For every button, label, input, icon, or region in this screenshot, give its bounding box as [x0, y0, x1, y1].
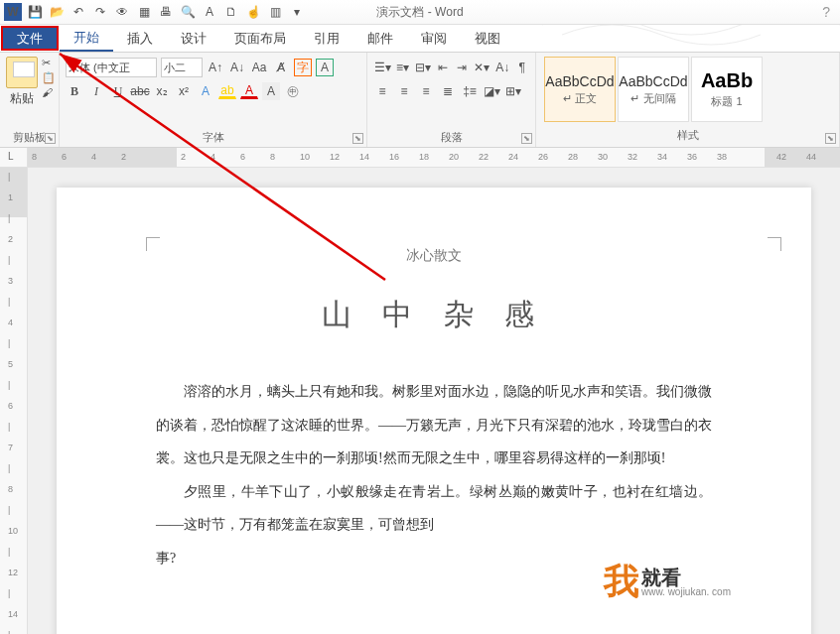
ribbon: 粘贴 ✂ 📋 🖌 剪贴板 ⬊ 宋体 (中文正 小二 A↑ A↓ Aa A̸ 字 — [0, 53, 840, 148]
paragraph-1: 溶溶的水月，螭头上只有她和我。树影里对面水边，隐隐的听见水声和笑语。我们微微的谈… — [156, 375, 712, 475]
touch-icon[interactable]: ☝ — [244, 3, 262, 21]
text-effects-icon[interactable]: A — [197, 82, 214, 100]
clipboard-launcher[interactable]: ⬊ — [45, 133, 56, 144]
help-icon[interactable]: ? — [822, 4, 830, 20]
numbering-icon[interactable]: ≡▾ — [395, 59, 410, 76]
ruler-vertical[interactable]: |1|2|3|4|5|6|7|8|10|12|14| — [0, 168, 28, 634]
style-heading1[interactable]: AaBb 标题 1 — [691, 57, 763, 122]
save-icon[interactable]: 💾 — [26, 3, 44, 21]
underline-button[interactable]: U — [109, 82, 127, 100]
paragraph-launcher[interactable]: ⬊ — [521, 133, 532, 144]
group-label-styles: 样式 — [544, 126, 831, 143]
doc-subtitle: 冰心散文 — [156, 247, 712, 265]
print-icon[interactable]: ▦ — [135, 3, 153, 21]
style-name: 标题 1 — [711, 94, 742, 109]
doc-title: 山 中 杂 感 — [156, 295, 712, 335]
paste-icon — [6, 57, 38, 88]
tab-file[interactable]: 文件 — [1, 26, 59, 51]
dec-indent-icon[interactable]: ⇤ — [436, 59, 451, 76]
line-spacing-icon[interactable]: ‡≡ — [461, 82, 479, 100]
tab-home[interactable]: 开始 — [60, 25, 113, 52]
margin-mark-tr — [768, 237, 781, 251]
multilevel-icon[interactable]: ⊟▾ — [414, 59, 432, 76]
inc-indent-icon[interactable]: ⇥ — [455, 59, 470, 76]
style-preview: AaBb — [701, 69, 753, 92]
undo-icon[interactable]: ↶ — [70, 3, 87, 21]
bullets-icon[interactable]: ☰▾ — [373, 59, 391, 76]
watermark-url: www. wojiukan. com — [641, 587, 731, 597]
font-family-select[interactable]: 宋体 (中文正 — [66, 58, 157, 77]
preview-icon[interactable]: 👁 — [113, 3, 131, 21]
superscript-button[interactable]: x² — [175, 82, 193, 100]
ribbon-tabs: 文件 开始 插入 设计 页面布局 引用 邮件 审阅 视图 — [0, 25, 840, 53]
bold-button[interactable]: B — [66, 82, 83, 100]
style-nospacing[interactable]: AaBbCcDd ↵ 无间隔 — [618, 57, 689, 122]
new-icon[interactable]: 🗋 — [222, 3, 240, 21]
grow-font-icon[interactable]: A↑ — [207, 59, 224, 76]
phonetic-icon[interactable]: 字 — [294, 59, 312, 76]
tab-layout[interactable]: 页面布局 — [220, 25, 300, 52]
italic-button[interactable]: I — [87, 82, 105, 100]
font-size-select[interactable]: 小二 — [161, 58, 203, 77]
more1-icon[interactable]: ▥ — [266, 3, 284, 21]
paragraph-2: 夕照里，牛羊下山了，小蚁般缘走在青岩上。绿树丛巅的嫩黄叶子，也衬在红墙边。——这… — [156, 475, 712, 542]
tab-view[interactable]: 视图 — [461, 25, 514, 52]
clear-format-icon[interactable]: A̸ — [272, 59, 290, 76]
app-icon: W — [4, 3, 22, 21]
tab-references[interactable]: 引用 — [300, 25, 353, 52]
show-marks-icon[interactable]: ¶ — [514, 59, 529, 76]
tab-selector[interactable]: L — [0, 148, 28, 167]
styles-launcher[interactable]: ⬊ — [825, 133, 836, 144]
char-shading-icon[interactable]: A — [262, 82, 280, 100]
document-title: 演示文档 - Word — [376, 4, 463, 21]
watermark: 我 就看 www. wojiukan. com — [604, 558, 731, 606]
char-border-icon[interactable]: A — [316, 59, 334, 76]
tab-review[interactable]: 审阅 — [407, 25, 461, 52]
ruler-horizontal[interactable]: L 86422468101214161820222426283032343638… — [0, 148, 840, 168]
find-icon[interactable]: 🔍 — [179, 3, 197, 21]
align-left-icon[interactable]: ≡ — [373, 82, 391, 100]
align-center-icon[interactable]: ≡ — [395, 82, 413, 100]
paste-label: 粘贴 — [10, 90, 34, 107]
copy-icon[interactable]: 📋 — [42, 71, 56, 84]
tab-insert[interactable]: 插入 — [113, 25, 167, 52]
group-styles: AaBbCcDd ↵ 正文 AaBbCcDd ↵ 无间隔 AaBb 标题 1 样… — [536, 53, 840, 147]
enclose-char-icon[interactable]: ㊥ — [284, 82, 302, 100]
font-launcher[interactable]: ⬊ — [352, 133, 363, 144]
watermark-text: 就看 — [641, 568, 731, 587]
style-name: ↵ 无间隔 — [630, 91, 675, 106]
group-paragraph: ☰▾ ≡▾ ⊟▾ ⇤ ⇥ ✕▾ A↓ ¶ ≡ ≡ ≡ ≣ ‡≡ ◪▾ ⊞▾ 段落… — [367, 53, 536, 147]
group-font: 宋体 (中文正 小二 A↑ A↓ Aa A̸ 字 A B I U abc x₂ … — [60, 53, 367, 147]
watermark-char: 我 — [604, 558, 639, 606]
tab-design[interactable]: 设计 — [167, 25, 220, 52]
highlight-icon[interactable]: ab — [218, 84, 236, 99]
sort-icon[interactable]: A↓ — [494, 59, 510, 76]
style-normal[interactable]: AaBbCcDd ↵ 正文 — [544, 57, 616, 122]
quick-access-toolbar: W 💾 📂 ↶ ↷ 👁 ▦ 🖶 🔍 A 🗋 ☝ ▥ ▾ — [4, 3, 306, 21]
subscript-button[interactable]: x₂ — [153, 82, 171, 100]
redo-icon[interactable]: ↷ — [91, 3, 109, 21]
dropdown-icon[interactable]: ▾ — [288, 3, 306, 21]
shrink-font-icon[interactable]: A↓ — [228, 59, 246, 76]
shading-icon[interactable]: ◪▾ — [483, 82, 500, 100]
style-preview: AaBbCcDd — [619, 73, 687, 89]
zoom-icon[interactable]: A — [201, 3, 218, 21]
style-name: ↵ 正文 — [563, 91, 597, 106]
borders-icon[interactable]: ⊞▾ — [504, 82, 522, 100]
asian-layout-icon[interactable]: ✕▾ — [473, 59, 490, 76]
paste-button[interactable]: 粘贴 — [6, 57, 38, 107]
format-painter-icon[interactable]: 🖌 — [42, 86, 56, 98]
group-clipboard: 粘贴 ✂ 📋 🖌 剪贴板 ⬊ — [0, 53, 60, 147]
justify-icon[interactable]: ≣ — [439, 82, 457, 100]
align-right-icon[interactable]: ≡ — [417, 82, 435, 100]
style-preview: AaBbCcDd — [545, 73, 614, 89]
change-case-icon[interactable]: Aa — [250, 59, 268, 76]
tab-mail[interactable]: 邮件 — [353, 25, 407, 52]
quick-print-icon[interactable]: 🖶 — [157, 3, 175, 21]
group-label-paragraph: 段落 — [373, 128, 529, 145]
cut-icon[interactable]: ✂ — [42, 57, 56, 69]
margin-mark-tl — [146, 237, 160, 251]
open-icon[interactable]: 📂 — [48, 3, 66, 21]
font-color-icon[interactable]: A — [240, 84, 258, 99]
strike-button[interactable]: abc — [131, 82, 149, 100]
